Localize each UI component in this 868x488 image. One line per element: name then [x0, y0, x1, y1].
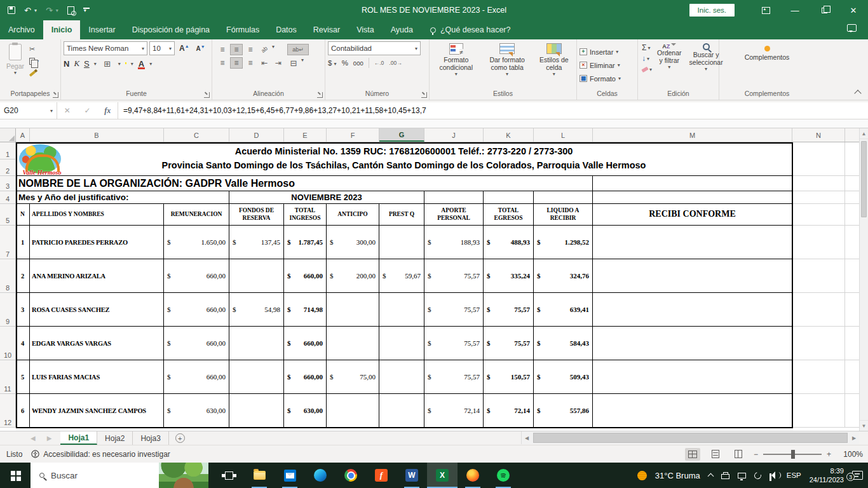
italic-button[interactable]: K: [74, 58, 79, 69]
cell-remuneracion[interactable]: $630,00: [164, 394, 229, 428]
cell-remuneracion[interactable]: $660,00: [164, 259, 229, 293]
header-recibi[interactable]: RECIBI CONFORME: [593, 204, 792, 226]
cell-aporte[interactable]: $75,57: [424, 259, 484, 293]
tab-formulas[interactable]: Fórmulas: [218, 20, 268, 39]
cell-egresos[interactable]: $150,57: [484, 360, 534, 394]
sheet-tab-hoja2[interactable]: Hoja2: [97, 431, 133, 445]
cell-firma[interactable]: [593, 394, 792, 428]
row-header[interactable]: 9: [0, 293, 16, 327]
row-header[interactable]: 7: [0, 226, 16, 259]
tab-disposicion[interactable]: Disposición de página: [124, 20, 218, 39]
cell-n[interactable]: 4: [16, 327, 30, 360]
page-layout-view-button[interactable]: [708, 448, 723, 461]
sync-tray-icon[interactable]: [753, 470, 763, 480]
cell-prestq[interactable]: $: [379, 226, 424, 259]
taskbar-mail[interactable]: [275, 463, 305, 488]
cell-aporte[interactable]: $72,14: [424, 394, 484, 428]
header-fondos[interactable]: FONDOS DE RESERVA: [229, 204, 284, 226]
taskbar-spotify[interactable]: [488, 463, 519, 488]
cell-remuneracion[interactable]: $1.650,00: [164, 226, 229, 259]
action-center-icon[interactable]: 3: [852, 471, 863, 480]
cell-ingresos[interactable]: $660,00: [284, 327, 327, 360]
cell-prestq[interactable]: $: [379, 293, 424, 327]
increase-font-icon[interactable]: A▲: [177, 44, 192, 53]
col-header-b[interactable]: B: [30, 128, 164, 142]
taskbar-pdf[interactable]: f: [366, 463, 397, 488]
cell-n[interactable]: 3: [16, 293, 30, 327]
cell-aporte[interactable]: $75,57: [424, 293, 484, 327]
format-painter-button[interactable]: [29, 69, 39, 78]
autosum-button[interactable]: Σ▾: [642, 43, 652, 53]
insert-function-icon[interactable]: fx: [104, 106, 111, 116]
cell-liquido[interactable]: $584,43: [534, 327, 593, 360]
col-header-l[interactable]: L: [534, 128, 593, 142]
cell-egresos[interactable]: $75,57: [484, 327, 534, 360]
cell-prestq[interactable]: $59,67: [379, 259, 424, 293]
cell-n[interactable]: 2: [16, 259, 30, 293]
search-highlight-image[interactable]: [159, 463, 208, 488]
printer-tray-icon[interactable]: [721, 474, 729, 479]
number-dialog-launcher-icon[interactable]: [421, 92, 427, 98]
cell-name[interactable]: LUIS FARIAS MACIAS: [30, 360, 164, 394]
print-preview-icon[interactable]: [67, 6, 74, 15]
cell-aporte[interactable]: $75,57: [424, 327, 484, 360]
sheet-tab-hoja3[interactable]: Hoja3: [133, 431, 168, 445]
cell-n[interactable]: 6: [16, 394, 30, 428]
language-indicator[interactable]: ESP: [787, 471, 801, 479]
decrease-indent-button[interactable]: [258, 57, 271, 69]
cell-liquido[interactable]: $1.298,52: [534, 226, 593, 259]
format-as-table-button[interactable]: Dar formato como tabla▾: [480, 41, 534, 89]
fill-button[interactable]: ↓▾: [642, 53, 652, 64]
cell-prestq[interactable]: $: [379, 360, 424, 394]
row-header[interactable]: 2: [0, 159, 16, 176]
cell-aporte[interactable]: $75,57: [424, 360, 484, 394]
row-header[interactable]: 3: [0, 176, 16, 191]
header-aporte[interactable]: APORTE PERSONAL: [424, 204, 484, 226]
horizontal-scrollbar[interactable]: ◀ ▶: [521, 431, 859, 444]
page-break-view-button[interactable]: [731, 448, 746, 461]
header-ingresos[interactable]: TOTAL INGRESOS: [284, 204, 327, 226]
cell-egresos[interactable]: $75,57: [484, 293, 534, 327]
header-remuneracion[interactable]: REMUNERACION: [164, 204, 229, 226]
show-hidden-icons-icon[interactable]: [707, 473, 714, 480]
col-header-c[interactable]: C: [164, 128, 229, 142]
row-header[interactable]: 12: [0, 394, 16, 428]
col-header-e[interactable]: E: [284, 128, 327, 142]
name-box[interactable]: G20▾: [0, 102, 57, 119]
bold-button[interactable]: N: [64, 59, 69, 69]
row-header[interactable]: 11: [0, 360, 16, 394]
weather-text[interactable]: 31°C Bruma: [655, 471, 700, 480]
accessibility-status[interactable]: Accesibilidad: es necesario investigar: [31, 450, 170, 459]
zoom-out-icon[interactable]: −: [754, 450, 758, 459]
zoom-level[interactable]: 100%: [839, 450, 863, 459]
cell-org-name[interactable]: NOMBRE DE LA ORGANIZACIÓN: GADPR Valle H…: [16, 176, 593, 191]
row-header[interactable]: 1: [0, 142, 16, 159]
cell-period-label[interactable]: Mes y Año del justificativo:: [16, 191, 229, 204]
taskbar-word[interactable]: W: [397, 463, 427, 488]
font-name-select[interactable]: Times New Roman▾: [64, 41, 147, 55]
scroll-right-icon[interactable]: ▶: [849, 431, 859, 444]
cell-egresos[interactable]: $335,24: [484, 259, 534, 293]
cell-firma[interactable]: [593, 293, 792, 327]
scroll-down-icon[interactable]: ▼: [860, 420, 868, 431]
weather-icon[interactable]: [637, 471, 647, 480]
cell-anticipo[interactable]: $: [327, 327, 379, 360]
task-view-button[interactable]: [214, 463, 244, 488]
tab-archivo[interactable]: Archivo: [0, 20, 43, 39]
alignment-dialog-launcher-icon[interactable]: [317, 92, 323, 98]
minimize-button[interactable]: —: [780, 0, 810, 20]
thousands-format-button[interactable]: 000: [353, 60, 363, 67]
tab-ayuda[interactable]: Ayuda: [383, 20, 421, 39]
select-all-corner[interactable]: [0, 128, 16, 142]
cell-empty[interactable]: [424, 191, 484, 204]
clear-button[interactable]: ▾: [642, 64, 652, 74]
cell-n[interactable]: 1: [16, 226, 30, 259]
cell-prestq[interactable]: $: [379, 327, 424, 360]
cell-anticipo[interactable]: $200,00: [327, 259, 379, 293]
zoom-slider[interactable]: [763, 454, 822, 455]
scroll-up-icon[interactable]: ▲: [860, 128, 868, 139]
formula-input[interactable]: =9,47+8,84+11,61+24,31+10,03+12,15+6,45+…: [118, 102, 868, 119]
col-header-g-selected[interactable]: G: [379, 128, 424, 142]
undo-icon[interactable]: ↶: [24, 6, 31, 15]
next-sheet-icon[interactable]: ▶: [47, 435, 52, 442]
